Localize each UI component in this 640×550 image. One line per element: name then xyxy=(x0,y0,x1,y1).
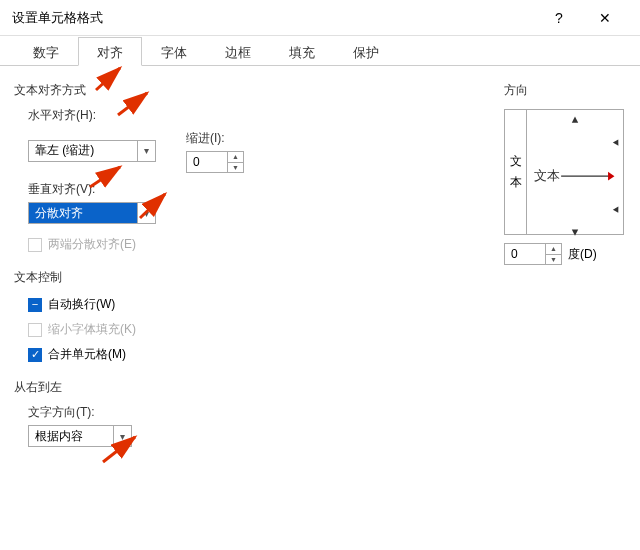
svg-marker-3 xyxy=(572,229,578,235)
tab-bar: 数字 对齐 字体 边框 填充 保护 xyxy=(0,36,640,66)
chevron-up-icon[interactable]: ▲ xyxy=(228,152,243,163)
label-shrink: 缩小字体填充(K) xyxy=(48,321,136,338)
section-text-alignment: 文本对齐方式 xyxy=(14,78,504,105)
spin-degrees-value: 0 xyxy=(505,244,545,264)
svg-marker-7 xyxy=(608,172,614,181)
combo-h-align-value: 靠左 (缩进) xyxy=(29,142,137,159)
combo-h-align[interactable]: 靠左 (缩进) ▾ xyxy=(28,140,156,162)
svg-marker-0 xyxy=(572,116,578,122)
svg-text:文本: 文本 xyxy=(534,168,560,183)
spin-indent-value: 0 xyxy=(187,152,227,172)
tab-alignment[interactable]: 对齐 xyxy=(78,37,142,66)
chevron-down-icon: ▾ xyxy=(113,426,131,446)
svg-marker-1 xyxy=(613,138,621,146)
section-orientation: 方向 xyxy=(504,78,624,105)
chevron-down-icon: ▾ xyxy=(137,141,155,161)
label-merge: 合并单元格(M) xyxy=(48,346,126,363)
orientation-control[interactable]: 文 本 文本 xyxy=(504,109,624,235)
label-justify-distributed: 两端分散对齐(E) xyxy=(48,236,136,253)
label-wrap: 自动换行(W) xyxy=(48,296,115,313)
checkbox-justify-distributed xyxy=(28,238,42,252)
orientation-dial[interactable]: 文本 xyxy=(527,110,623,234)
checkbox-merge[interactable]: ✓ xyxy=(28,348,42,362)
section-rtl: 从右到左 xyxy=(14,375,504,402)
label-v-align: 垂直对齐(V): xyxy=(28,179,504,202)
combo-text-direction[interactable]: 根据内容 ▾ xyxy=(28,425,132,447)
combo-v-align[interactable]: 分散对齐 ▾ xyxy=(28,202,156,224)
combo-text-direction-value: 根据内容 xyxy=(29,428,113,445)
svg-marker-4 xyxy=(613,206,621,214)
chevron-down-icon[interactable]: ▼ xyxy=(228,163,243,173)
label-degrees: 度(D) xyxy=(568,246,597,263)
label-h-align: 水平对齐(H): xyxy=(28,105,504,128)
window-title: 设置单元格格式 xyxy=(12,9,103,27)
chevron-down-icon[interactable]: ▼ xyxy=(546,255,561,265)
combo-v-align-value: 分散对齐 xyxy=(29,205,137,222)
chevron-down-icon: ▾ xyxy=(137,203,155,223)
checkbox-wrap[interactable]: − xyxy=(28,298,42,312)
section-text-control: 文本控制 xyxy=(14,265,504,292)
checkbox-shrink xyxy=(28,323,42,337)
spin-indent[interactable]: 0 ▲▼ xyxy=(186,151,244,173)
tab-font[interactable]: 字体 xyxy=(142,37,206,66)
label-indent: 缩进(I): xyxy=(186,128,244,151)
chevron-up-icon[interactable]: ▲ xyxy=(546,244,561,255)
close-button[interactable]: ✕ xyxy=(582,0,628,36)
label-text-direction: 文字方向(T): xyxy=(28,402,504,425)
help-button[interactable]: ? xyxy=(536,0,582,36)
tab-number[interactable]: 数字 xyxy=(14,37,78,66)
spin-degrees[interactable]: 0 ▲▼ xyxy=(504,243,562,265)
tab-protection[interactable]: 保护 xyxy=(334,37,398,66)
tab-fill[interactable]: 填充 xyxy=(270,37,334,66)
orientation-vertical-text[interactable]: 文 本 xyxy=(505,110,527,234)
tab-border[interactable]: 边框 xyxy=(206,37,270,66)
